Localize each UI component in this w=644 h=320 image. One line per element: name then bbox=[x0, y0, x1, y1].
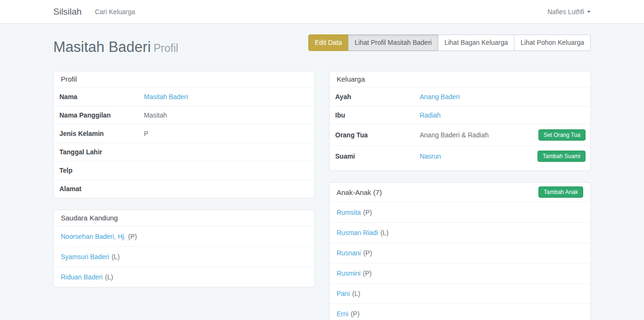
person-link[interactable]: Syamsuri Baderi bbox=[61, 253, 109, 261]
anak-anak-panel-heading: Anak-Anak (7) Tambah Anak bbox=[330, 183, 590, 202]
person-link[interactable]: Masitah Baderi bbox=[144, 93, 188, 101]
gender-label: (L) bbox=[352, 290, 360, 297]
row-value: Masitah bbox=[144, 111, 167, 119]
gender-label: (L) bbox=[380, 229, 388, 236]
list-item-pani: Pani(L) bbox=[330, 283, 590, 303]
row-label: Orang Tua bbox=[334, 131, 420, 139]
lihat-bagan-keluarga-button[interactable]: Lihat Bagan Keluarga bbox=[438, 34, 515, 51]
set-orang-tua-button[interactable]: Set Orang Tua bbox=[538, 129, 586, 141]
table-row-jenis-kelamin: Jenis KelaminP bbox=[54, 124, 314, 143]
row-label: Alamat bbox=[58, 185, 144, 193]
keluarga-panel-heading: Keluarga bbox=[330, 71, 590, 87]
person-link[interactable]: Rusmini bbox=[337, 269, 361, 277]
row-value: Anang Baderi & Radiah bbox=[420, 131, 488, 139]
list-item-noorsehan-baderi-hj: Noorsehan Baderi, Hj.(P) bbox=[54, 226, 314, 246]
tambah-anak-button[interactable]: Tambah Anak bbox=[538, 186, 583, 198]
person-link[interactable]: Rusnani bbox=[337, 249, 361, 257]
row-value: P bbox=[144, 130, 148, 137]
navbar: Silsilah Cari Keluarga Nafies Luthfi bbox=[0, 0, 644, 24]
person-link[interactable]: Rusman Riadi bbox=[337, 229, 378, 236]
table-row-nama-panggilan: Nama PanggilanMasitah bbox=[54, 106, 314, 124]
person-link[interactable]: Nasrun bbox=[420, 152, 441, 160]
person-link[interactable]: Pani bbox=[337, 290, 350, 297]
profile-action-button-group: Edit Data Lihat Profil Masitah Baderi Li… bbox=[308, 34, 591, 51]
nav-link-cari-keluarga[interactable]: Cari Keluarga bbox=[95, 8, 135, 16]
gender-label: (L) bbox=[112, 253, 120, 261]
gender-label: (P) bbox=[351, 310, 360, 318]
keluarga-panel: Keluarga AyahAnang BaderiIbuRadiahOrang … bbox=[329, 71, 591, 171]
row-label: Jenis Kelamin bbox=[58, 130, 144, 137]
row-label: Ayah bbox=[334, 93, 420, 101]
table-row-ibu: IbuRadiah bbox=[330, 106, 590, 124]
brand-silsilah[interactable]: Silsilah bbox=[53, 7, 82, 17]
list-item-syamsuri-baderi: Syamsuri Baderi(L) bbox=[54, 246, 314, 267]
row-label: Nama bbox=[58, 93, 144, 101]
user-menu-dropdown[interactable]: Nafies Luthfi bbox=[547, 8, 591, 16]
anak-anak-panel-title: Anak-Anak (7) bbox=[337, 188, 382, 196]
profil-panel: Profil NamaMasitah BaderiNama PanggilanM… bbox=[53, 71, 315, 198]
gender-label: (P) bbox=[363, 249, 372, 257]
table-row-tanggal-lahir: Tanggal Lahir bbox=[54, 143, 314, 161]
profil-panel-title: Profil bbox=[61, 75, 77, 83]
person-link[interactable]: Riduan Baderi bbox=[61, 273, 103, 281]
tambah-suami-button[interactable]: Tambah Suami bbox=[537, 151, 586, 162]
table-row-alamat: Alamat bbox=[54, 179, 314, 198]
list-item-rusmini: Rusmini(P) bbox=[330, 263, 590, 283]
person-link[interactable]: Anang Baderi bbox=[420, 93, 460, 101]
lihat-profil-button[interactable]: Lihat Profil Masitah Baderi bbox=[348, 34, 438, 51]
row-label: Nama Panggilan bbox=[58, 111, 144, 119]
gender-label: (L) bbox=[105, 273, 113, 281]
page-title: Masitah BaderiProfil bbox=[53, 37, 178, 59]
table-row-nama: NamaMasitah Baderi bbox=[54, 87, 314, 106]
keluarga-rows: AyahAnang BaderiIbuRadiahOrang TuaAnang … bbox=[330, 87, 590, 167]
list-item-erni: Erni(P) bbox=[330, 303, 590, 320]
person-link[interactable]: Rumsita bbox=[337, 209, 361, 216]
gender-label: (P) bbox=[363, 209, 372, 216]
list-item-rusnani: Rusnani(P) bbox=[330, 243, 590, 263]
gender-label: (P) bbox=[363, 269, 372, 277]
edit-data-button[interactable]: Edit Data bbox=[308, 34, 349, 51]
table-row-telp: Telp bbox=[54, 161, 314, 179]
list-item-riduan-baderi: Riduan Baderi(L) bbox=[54, 267, 314, 287]
page-subtitle: Profil bbox=[154, 42, 178, 54]
row-label: Ibu bbox=[334, 111, 420, 119]
table-row-orang-tua: Orang TuaAnang Baderi & RadiahSet Orang … bbox=[330, 124, 590, 145]
row-label: Tanggal Lahir bbox=[58, 148, 144, 156]
table-row-suami: SuamiNasrunTambah Suami bbox=[330, 145, 590, 167]
person-link[interactable]: Radiah bbox=[420, 111, 440, 119]
user-menu-label: Nafies Luthfi bbox=[547, 8, 584, 16]
table-row-ayah: AyahAnang Baderi bbox=[330, 87, 590, 106]
profil-panel-heading: Profil bbox=[54, 71, 314, 87]
person-name-heading: Masitah Baderi bbox=[53, 39, 151, 55]
main-content: Masitah BaderiProfil Edit Data Lihat Pro… bbox=[46, 34, 598, 320]
list-item-rusman-riadi: Rusman Riadi(L) bbox=[330, 222, 590, 243]
person-link[interactable]: Erni bbox=[337, 310, 348, 318]
right-column: Keluarga AyahAnang BaderiIbuRadiahOrang … bbox=[322, 71, 598, 320]
keluarga-panel-title: Keluarga bbox=[337, 75, 365, 83]
page-header: Masitah BaderiProfil Edit Data Lihat Pro… bbox=[53, 34, 591, 59]
saudara-kandung-panel: Saudara Kandung Noorsehan Baderi, Hj.(P)… bbox=[53, 210, 315, 287]
row-label: Telp bbox=[58, 167, 144, 174]
gender-label: (P) bbox=[128, 233, 137, 240]
anak-anak-panel: Anak-Anak (7) Tambah Anak Rumsita(P)Rusm… bbox=[329, 182, 591, 320]
lihat-pohon-keluarga-button[interactable]: Lihat Pohon Keluarga bbox=[514, 34, 591, 51]
person-link[interactable]: Noorsehan Baderi, Hj. bbox=[61, 233, 126, 240]
caret-down-icon bbox=[587, 11, 591, 13]
anak-anak-list: Rumsita(P)Rusman Riadi(L)Rusnani(P)Rusmi… bbox=[330, 202, 590, 320]
saudara-kandung-panel-title: Saudara Kandung bbox=[61, 214, 118, 222]
saudara-kandung-list: Noorsehan Baderi, Hj.(P)Syamsuri Baderi(… bbox=[54, 226, 314, 287]
saudara-kandung-panel-heading: Saudara Kandung bbox=[54, 210, 314, 226]
left-column: Profil NamaMasitah BaderiNama PanggilanM… bbox=[46, 71, 322, 320]
profil-rows: NamaMasitah BaderiNama PanggilanMasitahJ… bbox=[54, 87, 314, 198]
list-item-rumsita: Rumsita(P) bbox=[330, 202, 590, 222]
row-label: Suami bbox=[334, 152, 420, 160]
